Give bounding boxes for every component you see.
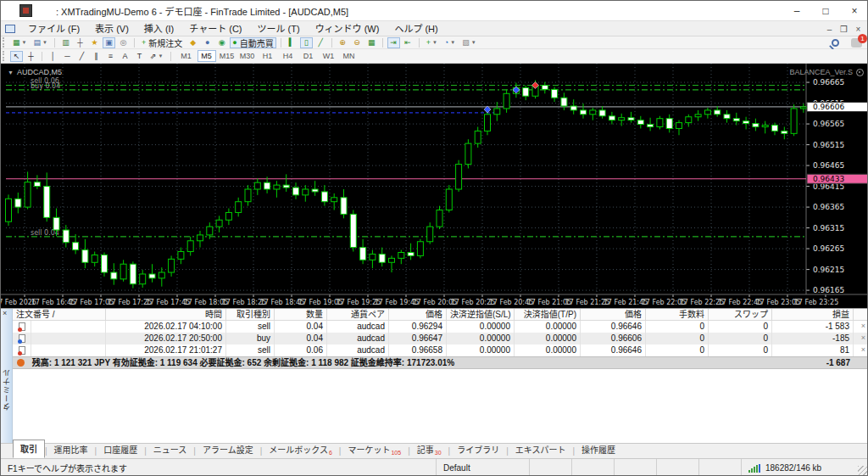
- crosshair-icon[interactable]: ┼: [25, 51, 37, 62]
- menu-item[interactable]: チャート (C): [181, 21, 249, 36]
- timeframe-button-h4[interactable]: H4: [279, 50, 298, 62]
- timeframe-button-m15[interactable]: M15: [218, 50, 236, 62]
- zoom-out-icon[interactable]: ⊖: [351, 37, 364, 48]
- close-order-button[interactable]: ×: [854, 321, 868, 333]
- mdi-close-button[interactable]: ×: [851, 25, 865, 34]
- timeframe-button-m1[interactable]: M1: [177, 50, 196, 62]
- menu-item[interactable]: 挿入 (I): [136, 21, 181, 36]
- column-header[interactable]: 通貨ペア: [327, 309, 389, 321]
- maximize-button[interactable]: □: [811, 1, 840, 21]
- terminal-side-tab[interactable]: × ターミナル: [1, 309, 13, 444]
- tab-4[interactable]: アラーム設定: [196, 441, 260, 458]
- toolbar-grip[interactable]: [3, 37, 7, 47]
- strategy-tester-icon: ◎: [120, 38, 127, 47]
- column-header[interactable]: スワップ: [709, 309, 772, 321]
- tab-9[interactable]: エキスパート: [509, 441, 573, 458]
- text-icon[interactable]: A: [119, 51, 131, 62]
- community-icon[interactable]: ●: [201, 37, 214, 48]
- column-header[interactable]: 損益: [772, 309, 854, 321]
- tab-5[interactable]: メールボックス6: [262, 441, 339, 458]
- tab-2[interactable]: 口座履歴: [97, 441, 144, 458]
- tab-7[interactable]: 記事30: [410, 441, 448, 458]
- data-window-icon[interactable]: ┼: [74, 37, 86, 48]
- candlestick-chart[interactable]: 0.966650.966150.965650.965150.964650.964…: [1, 64, 868, 308]
- menu-item[interactable]: ツール (T): [250, 21, 308, 36]
- profiles-icon[interactable]: ▤▼: [31, 37, 49, 48]
- column-header[interactable]: 価格: [389, 309, 447, 321]
- column-header[interactable]: 決済逆指値(S/L): [447, 309, 515, 321]
- column-header[interactable]: 数量: [275, 309, 327, 321]
- status-profile[interactable]: Default: [437, 459, 530, 476]
- order-type-cell: [13, 321, 31, 333]
- timeframe-button-mn[interactable]: MN: [340, 50, 359, 62]
- indicators-icon[interactable]: +▼: [424, 37, 440, 48]
- chart-area[interactable]: ▼AUDCAD,M5 BALANCEA_Ver.S 0.966650.96615…: [1, 64, 868, 308]
- close-order-button[interactable]: ×: [854, 344, 868, 356]
- chart-symbol-label[interactable]: ▼AUDCAD,M5: [8, 68, 62, 76]
- navigator-icon[interactable]: ★: [88, 37, 101, 48]
- timeframe-button-m30[interactable]: M30: [238, 50, 257, 62]
- zoom-in-icon[interactable]: ⊕: [337, 37, 349, 48]
- trendline-icon[interactable]: ╱: [75, 51, 88, 62]
- timeframe-button-d1[interactable]: D1: [299, 50, 318, 62]
- close-button[interactable]: ×: [840, 1, 868, 21]
- candlestick-icon: ▯: [304, 38, 309, 47]
- column-header[interactable]: 時間: [106, 309, 226, 321]
- menu-item[interactable]: 表示 (V): [87, 21, 136, 36]
- cursor-icon[interactable]: ↖: [10, 51, 23, 62]
- terminal-icon[interactable]: ▣: [103, 37, 115, 48]
- column-header[interactable]: 手数料: [646, 309, 709, 321]
- metaeditor-icon[interactable]: ◆: [186, 37, 199, 48]
- new-chart-icon[interactable]: ▦▼: [10, 37, 29, 48]
- channel-icon[interactable]: ∥: [90, 51, 103, 62]
- notifications-icon[interactable]: 1: [851, 38, 862, 48]
- search-icon[interactable]: [832, 39, 839, 47]
- news-icon[interactable]: ◉: [215, 37, 228, 48]
- tab-trade[interactable]: 取引: [13, 440, 45, 458]
- menu-item[interactable]: ウィンドウ (W): [308, 21, 387, 36]
- horizontal-line-icon[interactable]: ─: [61, 51, 74, 62]
- bar-chart-icon[interactable]: ▍: [286, 37, 298, 48]
- order-row[interactable]: 2026.02.17 20:50:00buy0.04audcad0.966470…: [13, 333, 868, 344]
- close-order-button[interactable]: ×: [854, 333, 868, 344]
- timeframe-button-w1[interactable]: W1: [320, 50, 338, 62]
- timeframe-button-h1[interactable]: H1: [259, 50, 277, 62]
- timeframe-button-m5[interactable]: M5: [198, 50, 216, 62]
- candlestick-icon[interactable]: ▯: [300, 37, 313, 48]
- menu-item[interactable]: ファイル (F): [20, 21, 87, 36]
- tab-3[interactable]: ニュース: [147, 441, 194, 458]
- tile-windows-icon[interactable]: ▦: [365, 37, 378, 48]
- resize-grip[interactable]: [858, 466, 868, 476]
- indicator-settings-icon[interactable]: [856, 69, 864, 76]
- auto-scroll-icon[interactable]: ⇥: [387, 37, 400, 48]
- minimize-button[interactable]: –: [782, 1, 811, 21]
- mdi-restore-button[interactable]: ❒: [837, 25, 851, 34]
- strategy-tester-icon[interactable]: ◎: [117, 37, 130, 48]
- toolbar-grip[interactable]: [3, 51, 7, 62]
- chart-shift-icon[interactable]: ⇤: [402, 37, 415, 48]
- label-icon[interactable]: T: [133, 51, 146, 62]
- periods-icon[interactable]: ◔▼: [442, 37, 458, 48]
- order-row[interactable]: 2026.02.17 04:10:00sell0.04audcad0.96294…: [13, 321, 868, 333]
- mdi-minimize-button[interactable]: –: [822, 25, 837, 34]
- line-chart-icon[interactable]: ╱: [314, 37, 327, 48]
- fibonacci-icon[interactable]: ≡: [104, 51, 117, 62]
- shapes-icon[interactable]: ⇗▼: [147, 51, 166, 62]
- tab-6[interactable]: マーケット105: [341, 441, 408, 458]
- account-summary-text: 残高: 1 121 321 JPY 有効証拠金: 1 119 634 必要証拠金…: [32, 358, 454, 367]
- market-watch-icon[interactable]: ▥: [59, 37, 72, 48]
- auto-trading-icon[interactable]: ●自動売買: [230, 37, 275, 48]
- menu-item[interactable]: ヘルプ (H): [387, 21, 445, 36]
- column-header[interactable]: 決済指値(T/P): [515, 309, 581, 321]
- order-row[interactable]: 2026.02.17 21:01:27sell0.06audcad0.96658…: [13, 344, 868, 356]
- new-order-icon[interactable]: +新規注文: [139, 37, 185, 48]
- vertical-line-icon[interactable]: │: [47, 51, 59, 62]
- templates-icon[interactable]: ▧▼: [459, 37, 478, 48]
- tab-1[interactable]: 運用比率: [47, 441, 95, 458]
- column-header[interactable]: 取引種別: [226, 309, 275, 321]
- panel-close-icon[interactable]: ×: [3, 310, 7, 317]
- tab-8[interactable]: ライブラリ: [450, 441, 506, 458]
- column-header[interactable]: 注文番号 /: [13, 309, 106, 321]
- column-header[interactable]: 価格: [581, 309, 646, 321]
- tab-10[interactable]: 操作履歴: [575, 441, 622, 458]
